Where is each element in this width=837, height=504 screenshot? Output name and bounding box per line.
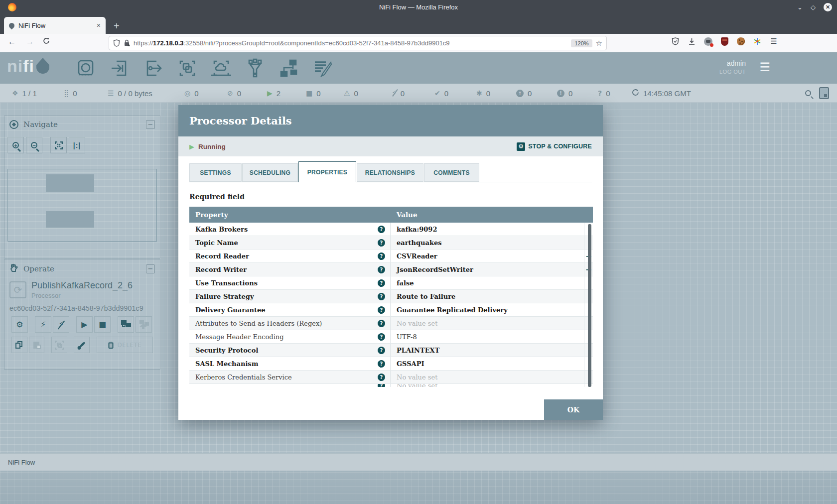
input-port-component-icon[interactable]: [109, 57, 131, 79]
extension-asterisk-icon[interactable]: [753, 37, 762, 46]
zoom-level-badge[interactable]: 120%: [571, 39, 592, 47]
sync-failure-icon: ?: [598, 89, 602, 97]
paste-button[interactable]: [29, 337, 45, 353]
table-scrollbar[interactable]: [588, 224, 591, 387]
tab-properties[interactable]: PROPERTIES: [298, 161, 356, 182]
ublock-icon[interactable]: [720, 37, 729, 46]
color-button[interactable]: [74, 337, 90, 353]
global-menu-icon[interactable]: ☰: [759, 60, 770, 74]
help-icon[interactable]: ?: [378, 347, 385, 354]
browser-menu-icon[interactable]: ☰: [769, 37, 778, 46]
upload-template-button[interactable]: [136, 316, 152, 333]
side-panel-icon[interactable]: [819, 87, 829, 99]
help-icon[interactable]: ?: [378, 320, 385, 327]
minimap-processor-1: [46, 174, 94, 192]
ok-button[interactable]: OK: [544, 399, 603, 420]
dialog-tabs: SETTINGS SCHEDULING PROPERTIES RELATIONS…: [189, 163, 592, 182]
bookmark-star-icon[interactable]: ☆: [596, 39, 602, 48]
zoom-in-button[interactable]: +: [7, 137, 24, 153]
required-field-note: Required field: [189, 193, 245, 201]
process-group-component-icon[interactable]: [176, 57, 198, 79]
help-icon: ?: [378, 384, 385, 387]
url-bar[interactable]: https://172.18.0.3:32558/nifi/?processGr…: [109, 36, 607, 50]
remote-process-group-component-icon[interactable]: [210, 57, 232, 79]
tab-relationships[interactable]: RELATIONSHIPS: [357, 163, 423, 182]
save-template-button[interactable]: [118, 316, 134, 333]
help-icon[interactable]: ?: [378, 360, 385, 368]
help-icon[interactable]: ?: [378, 279, 385, 287]
template-component-icon[interactable]: [278, 57, 300, 79]
group-button[interactable]: [51, 337, 67, 353]
selected-component-type: Processor: [9, 292, 155, 299]
table-row: Kerberos Credentials Service? No value s…: [189, 371, 593, 384]
collapse-operate-icon[interactable]: −: [146, 264, 155, 273]
collapse-navigate-icon[interactable]: −: [146, 120, 155, 129]
search-icon[interactable]: [805, 90, 811, 96]
delete-button[interactable]: DELETE: [97, 337, 153, 353]
table-row: Record Reader? CSVReader→: [189, 250, 593, 263]
enable-button[interactable]: ⚡: [35, 316, 51, 333]
window-title: NiFi Flow — Mozilla Firefox: [0, 3, 837, 11]
selected-component-id: ec60cd03-52f7-341a-8458-97b3dd9901c9: [9, 299, 155, 312]
help-icon[interactable]: ?: [378, 293, 385, 300]
nifi-drop-icon: [36, 58, 49, 74]
start-button[interactable]: ▶: [76, 316, 93, 333]
processor-component-icon[interactable]: [75, 57, 97, 79]
user-area: admin LOG OUT: [719, 59, 746, 75]
shield-icon[interactable]: [113, 39, 120, 47]
nifi-logo: nifi: [7, 56, 49, 76]
birdseye-minimap[interactable]: [7, 169, 157, 242]
cookie-icon[interactable]: [736, 37, 745, 46]
help-icon[interactable]: ?: [378, 252, 385, 260]
help-icon[interactable]: ?: [378, 306, 385, 314]
zoom-actual-button[interactable]: |:|: [69, 137, 85, 153]
close-tab-icon[interactable]: ×: [97, 21, 101, 29]
table-row: Record Writer? JsonRecordSetWriter→: [189, 263, 593, 276]
zoom-out-button[interactable]: −: [26, 137, 42, 153]
output-port-component-icon[interactable]: [142, 57, 164, 79]
tab-settings[interactable]: SETTINGS: [189, 163, 242, 182]
close-window-icon[interactable]: ✕: [824, 3, 832, 11]
reload-button[interactable]: [43, 37, 50, 46]
zoom-fit-button[interactable]: [50, 137, 67, 153]
url-text[interactable]: https://172.18.0.3:32558/nifi/?processGr…: [134, 39, 567, 47]
stop-configure-button[interactable]: ⚙ STOP & CONFIGURE: [517, 142, 592, 151]
running-status-label: Running: [198, 143, 226, 150]
copy-button[interactable]: [11, 337, 27, 353]
help-icon[interactable]: ?: [378, 374, 385, 381]
lock-icon[interactable]: [124, 39, 130, 47]
shield-check-icon[interactable]: [671, 37, 680, 46]
download-icon[interactable]: [687, 37, 696, 46]
minimize-icon[interactable]: ⌄: [797, 3, 803, 11]
label-component-icon[interactable]: [312, 57, 334, 79]
maximize-icon[interactable]: ◇: [811, 3, 816, 11]
help-icon[interactable]: ?: [378, 333, 385, 341]
help-icon[interactable]: ?: [378, 226, 385, 233]
help-icon[interactable]: ?: [378, 266, 385, 273]
processor-details-dialog: Processor Details ▶ Running ⚙ STOP & CON…: [178, 105, 603, 420]
disable-button[interactable]: ⚡: [53, 316, 69, 333]
breadcrumb-root[interactable]: NiFi Flow: [8, 459, 35, 466]
tab-comments[interactable]: COMMENTS: [424, 163, 479, 182]
dialog-title: Processor Details: [189, 115, 292, 127]
minimap-processor-2: [46, 211, 94, 228]
back-button[interactable]: ←: [8, 37, 16, 46]
browser-tab-nifi-flow[interactable]: NiFi Flow ×: [4, 17, 106, 34]
navigate-panel: Navigate − + − |:|: [4, 116, 160, 258]
running-icon: ▶: [267, 89, 273, 97]
table-row: Topic Name? earthquakes: [189, 236, 593, 250]
new-tab-button[interactable]: +: [114, 21, 120, 31]
refresh-icon[interactable]: [632, 89, 639, 98]
flow-status-bar: ❖1 / 1 ⣿0 ☰0 / 0 bytes ◎0 ⊘0 ▶2 ■0 ⚠0 ⚡0…: [0, 84, 837, 103]
container-mask-icon[interactable]: [703, 37, 712, 46]
browser-navbar: ← → https://172.18.0.3:32558/nifi/?proce…: [0, 34, 837, 52]
help-icon[interactable]: ?: [378, 239, 385, 247]
window-titlebar: NiFi Flow — Mozilla Firefox ⌄ ◇ ✕: [0, 0, 837, 14]
stop-button[interactable]: ■: [94, 316, 111, 333]
last-refresh-time: 14:45:08 GMT: [643, 89, 691, 98]
logout-link[interactable]: LOG OUT: [719, 69, 746, 75]
forward-button[interactable]: →: [26, 37, 34, 46]
configure-button[interactable]: ⚙: [11, 316, 28, 333]
funnel-component-icon[interactable]: [244, 57, 266, 79]
tab-scheduling[interactable]: SCHEDULING: [242, 163, 298, 182]
